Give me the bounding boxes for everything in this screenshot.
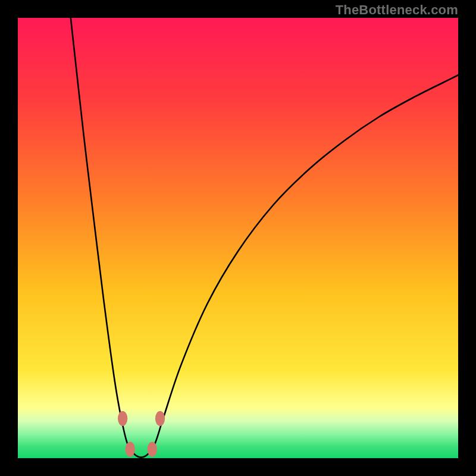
curve-marker [148,442,157,457]
chart-stage: TheBottleneck.com [0,0,476,476]
plot-area [18,18,458,458]
watermark-text: TheBottleneck.com [336,2,458,18]
bottleneck-curve [71,18,458,458]
curve-layer [18,18,458,458]
curve-marker [118,411,127,426]
curve-marker [155,411,165,426]
curve-marker [126,442,135,457]
